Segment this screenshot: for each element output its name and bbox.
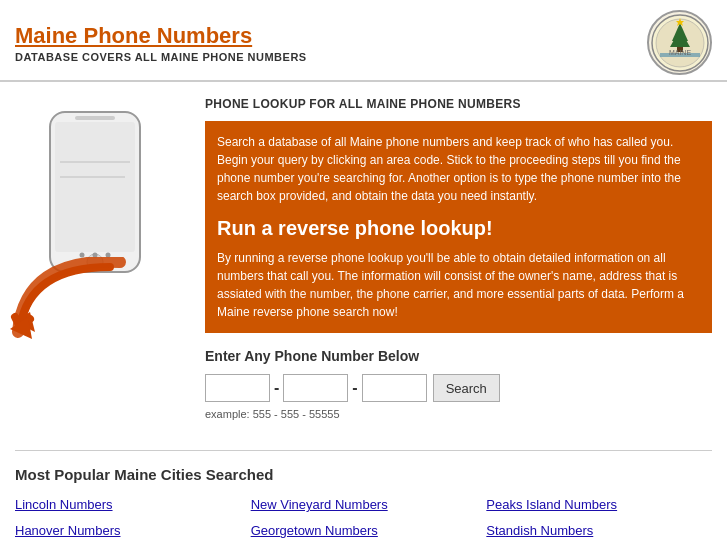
phone-area-code[interactable] [205,374,270,402]
city-link[interactable]: Peaks Island Numbers [486,493,712,516]
city-cell: Georgetown Numbers [251,519,477,542]
reverse-description: By running a reverse phone lookup you'll… [217,249,700,321]
svg-rect-10 [75,116,115,120]
site-subtitle: DATABASE COVERS ALL MAINE PHONE NUMBERS [15,51,307,63]
city-link[interactable]: Georgetown Numbers [251,519,477,542]
cities-title: Most Popular Maine Cities Searched [15,466,712,483]
city-link[interactable]: Hanover Numbers [15,519,241,542]
search-button[interactable]: Search [433,374,500,402]
city-link[interactable]: New Vineyard Numbers [251,493,477,516]
section-divider [15,450,712,451]
phone-number[interactable] [362,374,427,402]
phone-graphic [15,97,205,430]
main-content: PHONE LOOKUP FOR ALL MAINE PHONE NUMBERS… [0,82,727,440]
dash-1: - [274,379,279,397]
header: Maine Phone Numbers DATABASE COVERS ALL … [0,0,727,82]
phone-illustration [30,107,190,327]
city-cell: Standish Numbers [486,519,712,542]
svg-rect-9 [55,122,135,252]
search-label: Enter Any Phone Number Below [205,348,712,364]
city-cell: Peaks Island Numbers [486,493,712,516]
dash-2: - [352,379,357,397]
example-text: example: 555 - 555 - 55555 [205,408,712,420]
city-cell: New Vineyard Numbers [251,493,477,516]
city-link[interactable]: Standish Numbers [486,519,712,542]
state-seal: MAINE [647,10,712,75]
description-text: Search a database of all Maine phone num… [217,133,700,205]
city-link[interactable]: Lincoln Numbers [15,493,241,516]
cities-section: Most Popular Maine Cities Searched Linco… [0,461,727,545]
reverse-title: Run a reverse phone lookup! [217,213,700,243]
phone-prefix[interactable] [283,374,348,402]
content-area: PHONE LOOKUP FOR ALL MAINE PHONE NUMBERS… [205,97,712,430]
description-box: Search a database of all Maine phone num… [205,121,712,333]
header-left: Maine Phone Numbers DATABASE COVERS ALL … [15,23,307,63]
svg-text:MAINE: MAINE [668,49,691,56]
cities-grid: Lincoln NumbersNew Vineyard NumbersPeaks… [15,493,712,545]
site-title[interactable]: Maine Phone Numbers [15,23,307,49]
city-cell: Lincoln Numbers [15,493,241,516]
phone-inputs: - - Search [205,374,712,402]
search-section: Enter Any Phone Number Below - - Search … [205,333,712,430]
lookup-title: PHONE LOOKUP FOR ALL MAINE PHONE NUMBERS [205,97,712,111]
city-cell: Hanover Numbers [15,519,241,542]
